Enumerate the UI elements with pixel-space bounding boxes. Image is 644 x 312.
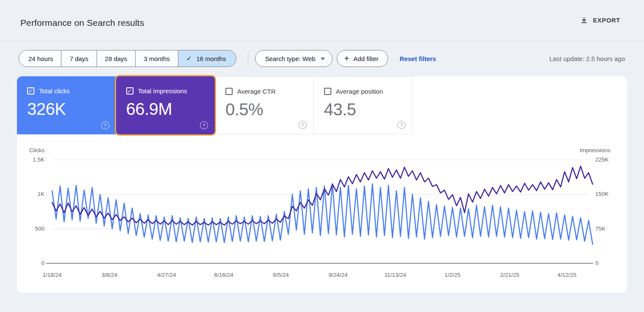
- plus-icon: +: [344, 54, 349, 63]
- right-axis-title: Impressions: [580, 147, 611, 153]
- performance-page: Performance on Search results EXPORT 24 …: [0, 0, 644, 312]
- right-axis-tick: 150K: [595, 191, 621, 197]
- checkmark-icon: ✓: [186, 55, 192, 62]
- x-axis-tick: 3/8/24: [92, 272, 126, 278]
- left-axis-tick: 500: [28, 226, 44, 232]
- time-range-label: 16 months: [196, 55, 226, 62]
- search-type-dropdown[interactable]: Search type: Web: [255, 50, 333, 67]
- x-axis-tick: 4/27/24: [150, 272, 183, 278]
- reset-filters-link[interactable]: Reset filters: [400, 55, 436, 62]
- metric-card-label: Total impressions: [138, 87, 187, 95]
- last-update-text: Last update: 2.5 hours ago: [550, 55, 625, 62]
- help-icon[interactable]: ?: [200, 121, 208, 129]
- search-type-label: Search type: Web: [265, 55, 315, 62]
- time-range-3-months[interactable]: 3 months: [135, 50, 178, 67]
- x-axis-tick: 11/13/24: [378, 272, 412, 278]
- x-axis-tick: 1/18/24: [35, 272, 69, 278]
- x-axis-tick: 6/16/24: [207, 272, 241, 278]
- download-icon: [580, 16, 588, 24]
- checked-checkbox[interactable]: ✓: [126, 87, 133, 95]
- time-range-7-days[interactable]: 7 days: [61, 50, 97, 67]
- report-panel: ✓Total clicks326K?✓Total impressions66.9…: [17, 76, 627, 292]
- left-axis-tick: 0: [28, 260, 44, 266]
- export-button[interactable]: EXPORT: [580, 16, 620, 24]
- time-range-chip-group: 24 hours7 days28 days3 months✓16 months: [19, 50, 236, 67]
- x-axis-tick: 1/2/25: [436, 272, 469, 278]
- export-label: EXPORT: [593, 17, 620, 24]
- add-filter-label: Add filter: [353, 55, 378, 62]
- time-range-label: 24 hours: [28, 55, 53, 62]
- left-axis-tick: 1.5K: [28, 156, 44, 163]
- metric-card-value: 66.9M: [126, 100, 205, 118]
- filter-divider: [248, 51, 248, 66]
- time-range-24-hours[interactable]: 24 hours: [19, 50, 61, 67]
- performance-chart[interactable]: [17, 76, 627, 292]
- time-range-16-months[interactable]: ✓16 months: [178, 50, 237, 67]
- left-axis-tick: 1K: [28, 191, 44, 197]
- x-axis-tick: 2/21/25: [493, 272, 527, 278]
- right-axis-tick: 75K: [595, 226, 621, 232]
- left-axis-title: Clicks: [28, 147, 44, 153]
- time-range-28-days[interactable]: 28 days: [97, 50, 136, 67]
- x-axis-tick: 9/24/24: [321, 272, 355, 278]
- right-axis-tick: 225K: [595, 156, 621, 163]
- header-divider: [0, 40, 644, 41]
- time-range-label: 7 days: [69, 55, 88, 62]
- time-range-label: 3 months: [144, 55, 170, 62]
- add-filter-button[interactable]: + Add filter: [337, 50, 388, 67]
- metric-card-total-impressions[interactable]: ✓Total impressions66.9M?: [116, 76, 215, 134]
- header: Performance on Search results EXPORT: [0, 0, 644, 40]
- page-title: Performance on Search results: [20, 18, 144, 28]
- x-axis-tick: 4/12/25: [550, 272, 584, 278]
- right-axis-tick: 0: [595, 260, 621, 266]
- chevron-down-icon: [321, 58, 325, 60]
- filter-bar: 24 hours7 days28 days3 months✓16 months …: [19, 50, 625, 67]
- time-range-label: 28 days: [105, 55, 128, 62]
- x-axis-tick: 8/5/24: [264, 272, 298, 278]
